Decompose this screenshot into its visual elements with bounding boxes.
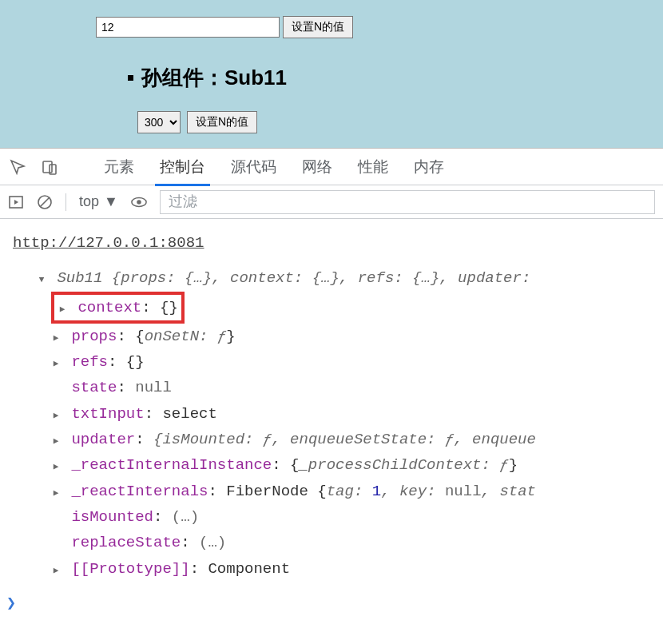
app-region: 设置N的值 孙组件：Sub11 300 设置N的值 xyxy=(0,0,663,149)
tab-elements[interactable]: 元素 xyxy=(99,149,139,185)
prop-react-internal-instance[interactable]: _reactInternalInstance: {_processChildCo… xyxy=(51,452,663,478)
console-prompt[interactable]: ❯ xyxy=(0,590,663,612)
context-label: top xyxy=(79,193,99,210)
n-input[interactable] xyxy=(96,17,280,38)
context-selector[interactable]: top ▼ xyxy=(79,193,118,210)
object-inspector: Sub11 {props: {…}, context: {…}, refs: {… xyxy=(37,265,663,582)
svg-marker-3 xyxy=(14,200,18,205)
prop-react-internals[interactable]: _reactInternals: FiberNode {tag: 1, key:… xyxy=(51,479,663,504)
set-n-button[interactable]: 设置N的值 xyxy=(283,16,353,38)
console-toolbar: top ▼ xyxy=(0,185,663,219)
chevron-down-icon: ▼ xyxy=(104,193,118,210)
tab-performance[interactable]: 性能 xyxy=(353,149,393,185)
svg-point-7 xyxy=(137,200,141,204)
subcomponent-heading: 孙组件：Sub11 xyxy=(141,64,287,92)
sidebar-toggle-icon[interactable] xyxy=(8,194,24,210)
expand-triangle-icon[interactable] xyxy=(58,295,67,320)
prop-props[interactable]: props: {onSetN: ƒ} xyxy=(51,324,663,349)
expand-triangle-icon[interactable] xyxy=(37,265,46,291)
tab-network[interactable]: 网络 xyxy=(297,149,337,185)
object-root-line[interactable]: Sub11 {props: {…}, context: {…}, refs: {… xyxy=(37,265,663,291)
prop-context[interactable]: context: {} xyxy=(51,292,663,324)
clear-console-icon[interactable] xyxy=(37,194,53,210)
inspect-icon[interactable] xyxy=(10,159,26,175)
origin-url[interactable]: http://127.0.0.1:8081 xyxy=(13,230,663,256)
highlight-box: context: {} xyxy=(51,292,185,324)
prop-txtinput[interactable]: txtInput: select xyxy=(51,401,663,427)
n-select[interactable]: 300 xyxy=(137,111,181,133)
prop-replacestate[interactable]: replaceState: (…) xyxy=(51,530,663,555)
tab-memory[interactable]: 内存 xyxy=(409,149,449,185)
prop-refs[interactable]: refs: {} xyxy=(51,349,663,375)
expand-triangle-icon[interactable] xyxy=(51,401,61,427)
filter-input[interactable] xyxy=(160,190,655,214)
tab-sources[interactable]: 源代码 xyxy=(226,149,281,185)
prop-updater[interactable]: updater: {isMounted: ƒ, enqueueSetState:… xyxy=(51,427,663,452)
svg-line-5 xyxy=(40,197,50,207)
app-heading-row: 孙组件：Sub11 xyxy=(128,64,663,92)
expand-triangle-icon[interactable] xyxy=(51,324,61,349)
prop-state[interactable]: state: null xyxy=(51,375,663,400)
set-n-button-2[interactable]: 设置N的值 xyxy=(187,111,257,133)
select-row: 300 设置N的值 xyxy=(137,111,663,133)
console-output: http://127.0.0.1:8081 Sub11 {props: {…},… xyxy=(0,219,663,590)
expand-triangle-icon[interactable] xyxy=(51,349,61,375)
expand-triangle-icon[interactable] xyxy=(51,479,61,504)
prop-prototype[interactable]: [[Prototype]]: Component xyxy=(51,556,663,582)
expand-triangle-icon[interactable] xyxy=(51,452,61,478)
tab-console[interactable]: 控制台 xyxy=(155,149,210,185)
device-toggle-icon[interactable] xyxy=(42,159,58,175)
prop-ismounted[interactable]: isMounted: (…) xyxy=(51,504,663,530)
live-expression-icon[interactable] xyxy=(131,194,147,210)
object-preview: {props: {…}, context: {…}, refs: {…}, up… xyxy=(112,269,531,287)
bullet-icon xyxy=(128,75,133,81)
expand-triangle-icon[interactable] xyxy=(51,427,61,452)
class-name: Sub11 xyxy=(57,269,102,287)
svg-rect-0 xyxy=(43,161,52,173)
devtools-tabbar: 元素 控制台 源代码 网络 性能 内存 xyxy=(0,149,663,185)
input-row: 设置N的值 xyxy=(96,16,663,38)
expand-triangle-icon[interactable] xyxy=(51,556,61,582)
object-properties: context: {} props: {onSetN: ƒ} refs: {} … xyxy=(51,292,663,582)
separator xyxy=(66,193,66,211)
